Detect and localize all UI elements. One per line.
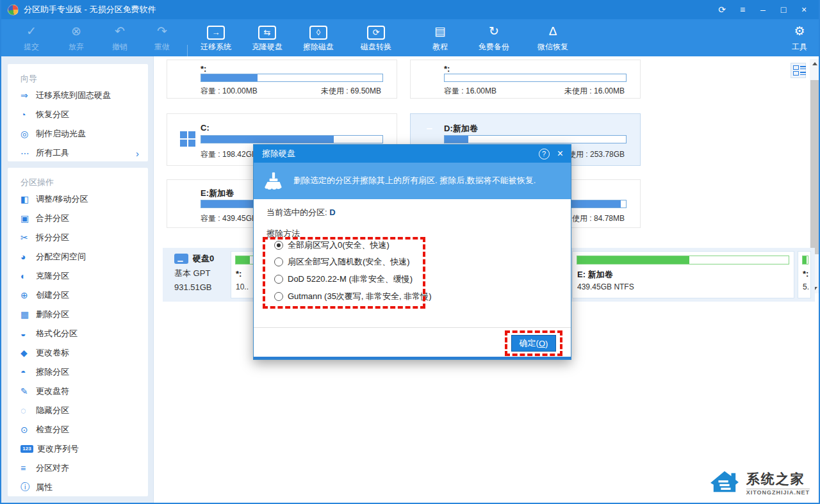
disk-segment-small[interactable]: *: 5. (798, 251, 811, 298)
merge-icon: ▣ (20, 213, 36, 224)
segment-size: 10.. (236, 282, 249, 291)
radio-icon[interactable] (274, 275, 283, 284)
radio-option-dod[interactable]: DoD 5220.22-M (非常安全、缓慢) (274, 273, 413, 286)
minimize-button[interactable]: – (755, 3, 771, 17)
dialog-banner-text: 删除选定的分区并擦除其上的所有扇区. 擦除后,数据将不能被恢复. (293, 175, 545, 186)
watermark-subtitle: XITONGZHIJIA.NET (746, 489, 810, 496)
sidebar-partition-ops-card: 分区操作 ◧ 调整/移动分区 ▣ 合并分区 ✂ 拆分分区 ◕ 分配空闲空间 ◐ … (8, 168, 148, 496)
sidebar-item-wipe-partition[interactable]: ◓ 擦除分区 (8, 362, 148, 382)
wipe-disk-dialog: 擦除硬盘 ? × 删除选定的分区并擦除其上的所有扇区. 擦除后,数据将不能被恢复… (253, 144, 571, 360)
radio-option-write-zero[interactable]: 全部扇区写入0(安全、快速) (274, 239, 390, 252)
properties-icon: ⓘ (20, 482, 36, 493)
radio-icon[interactable] (274, 292, 283, 301)
segment-label: *: (236, 269, 242, 279)
delete-partition-icon: ▦ (20, 309, 36, 320)
segment-size: 5. (803, 282, 809, 291)
toolbar-migrate-system-button[interactable]: → 迁移系统 (190, 22, 242, 55)
refresh-icon[interactable]: ⟳ (714, 3, 730, 17)
wipe-partition-icon: ◓ (20, 367, 36, 377)
toolbar-wipe-disk-button[interactable]: ◊ 擦除磁盘 (293, 22, 344, 55)
capacity-text: 容量 : 100.00MB (201, 86, 258, 97)
sidebar-item-resize-move[interactable]: ◧ 调整/移动分区 (8, 190, 148, 209)
dialog-titlebar: 擦除硬盘 ? × (254, 145, 571, 163)
toolbar-clone-disk-button[interactable]: ⇆ 克隆硬盘 (242, 22, 293, 55)
help-icon[interactable]: ? (539, 149, 550, 159)
window-titlebar: 分区助手专业版 - 无损分区免费软件 ⟳ ≡ – □ × (1, 0, 819, 19)
usage-bar (201, 74, 383, 82)
hide-partition-icon: ◌ (20, 405, 36, 416)
segment-label: *: (803, 269, 808, 279)
disk-segment-e[interactable]: E: 新加卷 439.45GB NTFS (572, 251, 794, 298)
sidebar-item-migrate-to-ssd[interactable]: ⇒ 迁移系统到固态硬盘 (8, 86, 148, 105)
disk-convert-icon: ⟳ (367, 26, 385, 40)
sidebar-item-all-tools[interactable]: ⋯ 所有工具 › (8, 143, 148, 163)
toolbar-tutorial-button[interactable]: ▤ 教程 (421, 22, 459, 55)
windows-logo-icon (180, 131, 195, 147)
sidebar-item-allocate-free-space[interactable]: ◕ 分配空闲空间 (8, 247, 148, 266)
capacity-text: 容量 : 198.42GB (201, 149, 257, 160)
toolbar-wechat-recovery-button[interactable]: Δ 微信恢复 (527, 22, 579, 55)
radio-option-random-data[interactable]: 扇区全部写入随机数(安全、快速) (274, 256, 410, 268)
format-partition-icon: ◒ (20, 329, 36, 339)
dialog-title: 擦除硬盘 (262, 148, 295, 159)
segment-size: 439.45GB NTFS (577, 282, 634, 291)
radio-icon[interactable] (274, 257, 283, 266)
sidebar-item-create-partition[interactable]: ⊕ 创建分区 (8, 286, 148, 305)
sidebar-item-merge[interactable]: ▣ 合并分区 (8, 209, 148, 228)
scrollbar-thumb[interactable] (810, 80, 819, 254)
maximize-button[interactable]: □ (775, 3, 792, 17)
toolbar-free-backup-button[interactable]: ↻ 免费备份 (468, 22, 520, 55)
toolbar-disk-convert-button[interactable]: ⟳ 磁盘转换 (350, 22, 402, 55)
partition-title: C: (201, 123, 209, 133)
split-icon: ✂ (20, 232, 36, 243)
partition-title: E:新加卷 (201, 188, 234, 199)
tutorial-icon: ▤ (421, 22, 459, 41)
partition-card-reserved-2[interactable]: *: 容量 : 16.00MB 未使用 : 16.00MB (410, 60, 641, 99)
menu-icon[interactable]: ≡ (734, 3, 751, 17)
discard-icon: ⊗ (55, 22, 97, 41)
sidebar-item-partition-align[interactable]: ≡ 分区对齐 (8, 459, 148, 478)
partition-title: *: (444, 64, 450, 74)
sidebar-item-hide-partition[interactable]: ◌ 隐藏分区 (8, 401, 148, 420)
dialog-footer-divider (254, 327, 571, 328)
sidebar-item-make-boot-disc[interactable]: ◎ 制作启动光盘 (8, 124, 148, 143)
radio-option-gutmann[interactable]: Gutmann (35次覆写, 非常安全, 非常慢) (274, 290, 432, 303)
sidebar-item-split[interactable]: ✂ 拆分分区 (8, 228, 148, 247)
dialog-banner: 删除选定的分区并擦除其上的所有扇区. 擦除后,数据将不能被恢复. (254, 163, 571, 199)
disk-name: 硬盘0 (193, 253, 214, 264)
sidebar-item-format-partition[interactable]: ◒ 格式化分区 (8, 324, 148, 343)
sidebar-section-wizard: 向导 (8, 64, 148, 86)
sidebar-item-change-drive-letter[interactable]: ✎ 更改盘符 (8, 382, 148, 401)
watermark: 系统之家 XITONGZHIJIA.NET (708, 468, 810, 498)
partition-title: D:新加卷 (444, 123, 478, 134)
sidebar-item-properties[interactable]: ⓘ 属性 (8, 478, 148, 497)
wipe-disk-icon: ◊ (309, 26, 327, 40)
create-partition-icon: ⊕ (20, 290, 36, 300)
ok-button[interactable]: 确定(O) (511, 335, 556, 352)
sidebar-item-clone-partition[interactable]: ◐ 克隆分区 (8, 266, 148, 286)
sidebar-item-change-serial[interactable]: 123 更改序列号 (8, 439, 148, 459)
toolbar-tools-button[interactable]: ⚙ 工具 (782, 22, 817, 55)
window-title: 分区助手专业版 - 无损分区免费软件 (24, 4, 156, 15)
sidebar-item-delete-partition[interactable]: ▦ 删除分区 (8, 305, 148, 324)
unused-text: 未使用 : 16.00MB (564, 86, 625, 97)
view-toggle-icon[interactable] (791, 63, 806, 78)
change-letter-icon: ✎ (20, 386, 36, 396)
sidebar: 向导 ⇒ 迁移系统到固态硬盘 ◔ 恢复分区 ◎ 制作启动光盘 ⋯ 所有工具 › … (1, 56, 154, 504)
sidebar-item-change-label[interactable]: ◆ 更改卷标 (8, 343, 148, 362)
migrate-ssd-icon: ⇒ (20, 90, 36, 101)
radio-selected-icon[interactable] (274, 241, 283, 250)
partition-card-reserved-1[interactable]: *: 容量 : 100.00MB 未使用 : 69.50MB (167, 60, 397, 99)
sidebar-section-partition-ops: 分区操作 (8, 168, 148, 190)
chevron-right-icon: › (136, 148, 139, 159)
partition-title: *: (201, 64, 206, 74)
disk-info: 硬盘0 基本 GPT 931.51GB (174, 253, 214, 292)
change-label-icon: ◆ (20, 348, 36, 358)
sidebar-item-recover-partition[interactable]: ◔ 恢复分区 (8, 105, 148, 124)
close-button[interactable]: × (796, 3, 812, 17)
scroll-up-icon[interactable] (810, 59, 820, 69)
serial-number-icon: 123 (20, 445, 33, 453)
sidebar-item-check-partition[interactable]: ⊙ 检查分区 (8, 420, 148, 439)
dialog-close-button[interactable]: × (557, 148, 563, 159)
clone-partition-icon: ◐ (20, 271, 36, 281)
